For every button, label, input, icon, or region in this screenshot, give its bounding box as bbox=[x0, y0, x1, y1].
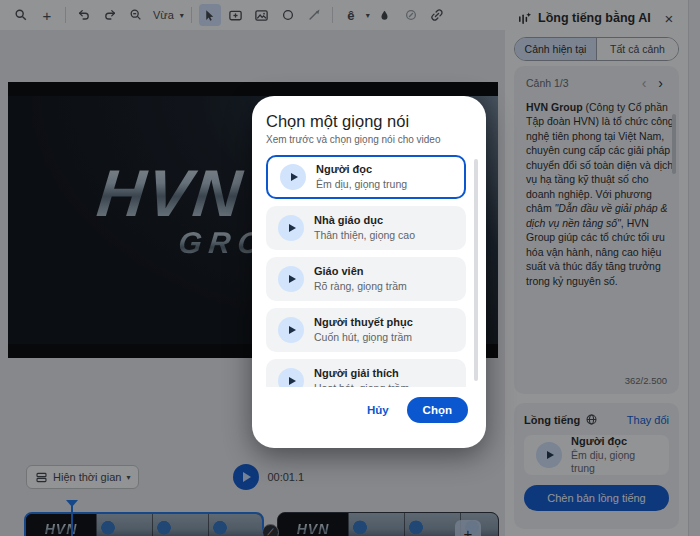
voice-option-2[interactable]: Nhà giáo dụcThân thiện, giọng cao bbox=[266, 206, 466, 250]
voice-play-button[interactable] bbox=[278, 368, 304, 387]
play-icon bbox=[289, 224, 296, 232]
dialog-footer: Hủy Chọn bbox=[266, 387, 486, 423]
choose-voice-dialog: Chọn một giọng nói Xem trước và chọn giọ… bbox=[252, 96, 486, 448]
voice-name: Giáo viên bbox=[314, 264, 407, 279]
voice-option-3[interactable]: Giáo viênRõ ràng, giọng trầm bbox=[266, 257, 466, 301]
voice-play-button[interactable] bbox=[278, 266, 304, 292]
play-icon bbox=[289, 275, 296, 283]
play-icon bbox=[291, 173, 298, 181]
confirm-button[interactable]: Chọn bbox=[407, 397, 468, 423]
voice-list: Người đọcÊm dịu, giọng trung Nhà giáo dụ… bbox=[266, 155, 486, 387]
voice-name: Nhà giáo dục bbox=[314, 213, 415, 228]
voice-description: Hoạt bát, giọng trầm bbox=[314, 381, 409, 387]
voice-list-scrollbar[interactable] bbox=[474, 159, 478, 381]
voice-name: Người giải thích bbox=[314, 366, 409, 381]
voice-play-button[interactable] bbox=[278, 317, 304, 343]
voice-description: Rõ ràng, giọng trầm bbox=[314, 279, 407, 293]
voice-description: Êm dịu, giọng trung bbox=[316, 177, 407, 191]
voice-name: Người thuyết phục bbox=[314, 315, 413, 330]
voice-description: Cuốn hút, giọng trầm bbox=[314, 330, 413, 344]
voice-name: Người đọc bbox=[316, 162, 407, 177]
play-icon bbox=[289, 326, 296, 334]
dialog-subtitle: Xem trước và chọn giọng nói cho video bbox=[266, 134, 486, 145]
play-icon bbox=[289, 377, 296, 385]
voice-play-button[interactable] bbox=[278, 215, 304, 241]
cancel-button[interactable]: Hủy bbox=[363, 398, 393, 422]
dialog-title: Chọn một giọng nói bbox=[266, 112, 486, 131]
voice-option-1[interactable]: Người đọcÊm dịu, giọng trung bbox=[266, 155, 466, 199]
voice-option-5[interactable]: Người giải thíchHoạt bát, giọng trầm bbox=[266, 359, 466, 387]
voice-description: Thân thiện, giọng cao bbox=[314, 228, 415, 242]
voice-option-4[interactable]: Người thuyết phụcCuốn hút, giọng trầm bbox=[266, 308, 466, 352]
voice-play-button[interactable] bbox=[280, 164, 306, 190]
app-root: + Vừa ▾ ê ▾ bbox=[0, 0, 700, 536]
